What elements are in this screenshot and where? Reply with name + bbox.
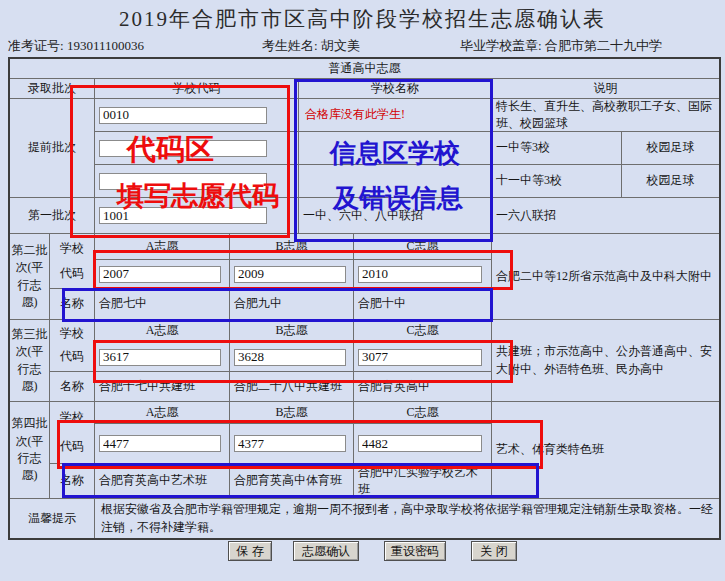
fourth-batch-header-a: A志愿 [95,402,230,424]
third-batch-label-text: 第三批次(平行志愿) [10,324,49,398]
graduate-school-label: 毕业学校盖章: [460,38,545,53]
close-button[interactable]: 关 闭 [471,541,517,561]
second-batch-header-c: C志愿 [354,234,492,260]
fourth-batch-code-c-input[interactable] [358,435,482,452]
fourth-batch-remark-text: 艺术、体育类特色班 [492,439,608,460]
third-batch-header-c: C志愿 [354,320,492,343]
second-batch-label: 第二批次(平行志愿) [10,234,50,320]
third-batch-code-cell-a [95,343,230,372]
volunteer-confirmation-page: 2019年合肥市市区高中阶段学校招生志愿确认表 准考证号: 1930111000… [0,0,725,581]
tips-text: 根据安徽省及合肥市学籍管理规定，逾期一周不报到者，高中录取学校将依据学籍管理规定… [95,499,719,538]
tips-text-cell: 根据安徽省及合肥市学籍管理规定，逾期一周不报到者，高中录取学校将依据学籍管理规定… [95,499,719,538]
second-batch-remark: 合肥二中等12所省示范高中及中科大附中 [492,234,719,320]
reset-password-button[interactable]: 重设密码 [384,541,446,561]
fourth-batch-name-b: 合肥育英高中体育班 [230,464,354,499]
fourth-batch-code-cell-c [354,424,492,464]
fourth-batch-name-c: 合肥中汇实验学校艺术班 [354,464,492,499]
early-batch-remark-3-left: 十一中等3校 [492,165,622,198]
first-batch-remark: 一六八联招 [492,198,719,234]
third-batch-remark-text: 共建班；市示范高中、公办普通高中、安大附中、外语特色班、民办高中 [492,341,719,380]
second-batch-code-c-input[interactable] [358,266,482,283]
second-batch-name-c: 合肥十中 [354,289,492,320]
fourth-batch-sublabel-code: 学校代码 [50,402,95,464]
early-batch-remark-2-right: 校园足球 [622,132,719,165]
fourth-batch-header-c: C志愿 [354,402,492,424]
fourth-batch-label-text: 第四批次(平行志愿) [10,413,49,487]
third-batch-sublabel-code: 学校代码 [50,320,95,372]
third-batch-code-b-input[interactable] [234,349,346,366]
exam-id-value: 193011100036 [67,38,144,53]
early-batch-remark-2-left: 一中等3校 [492,132,622,165]
third-batch-header-b: B志愿 [230,320,354,343]
early-batch-code-input-1[interactable] [99,107,267,124]
second-batch-header-a: A志愿 [95,234,230,260]
fourth-batch-remark: 艺术、体育类特色班 [492,402,719,499]
first-batch-code-cell [95,198,299,234]
tips-label: 温馨提示 [10,499,95,538]
second-batch-code-a-input[interactable] [99,266,221,283]
second-batch-code-cell-a [95,260,230,289]
save-button[interactable]: 保 存 [228,541,272,561]
fourth-batch-code-b-input[interactable] [234,435,346,452]
early-batch-code-cell-3 [95,165,299,198]
student-name-label: 考生姓名: [262,38,321,53]
confirm-volunteer-button[interactable]: 志愿确认 [293,541,359,561]
first-batch-code-input[interactable] [99,207,267,224]
graduate-school-field: 毕业学校盖章: 合肥市第二十九中学 [460,37,662,55]
second-batch-header-b: B志愿 [230,234,354,260]
school-label: 学校 [60,410,84,426]
exam-id-label: 准考证号: [8,38,67,53]
code-label: 代码 [60,349,84,365]
fourth-batch-name-c-text: 合肥中汇实验学校艺术班 [354,462,491,501]
fourth-batch-code-cell-b [230,424,354,464]
early-batch-code-input-2[interactable] [99,140,267,157]
fourth-batch-name-a: 合肥育英高中艺术班 [95,464,230,499]
third-batch-remark: 共建班；市示范高中、公办普通高中、安大附中、外语特色班、民办高中 [492,320,719,402]
early-batch-remark-3-right: 校园足球 [622,165,719,198]
second-batch-remark-text: 合肥二中等12所省示范高中及中科大附中 [492,266,716,287]
fourth-batch-code-a-input[interactable] [99,435,221,452]
fourth-batch-label: 第四批次(平行志愿) [10,402,50,499]
col-header-batch: 录取批次 [10,79,95,99]
early-batch-name-cell-3 [299,165,492,198]
code-label: 代码 [60,266,84,282]
school-label: 学校 [60,241,84,257]
code-label: 代码 [60,439,84,455]
second-batch-label-text: 第二批次(平行志愿) [10,240,49,314]
fourth-batch-name-b-text: 合肥育英高中体育班 [230,470,346,491]
second-batch-code-cell-b [230,260,354,289]
early-batch-remark-1: 特长生、直升生、高校教职工子女、国际班、校园篮球 [492,99,719,132]
early-batch-code-input-3[interactable] [99,173,267,190]
col-header-code: 学校代码 [95,79,299,99]
second-batch-sublabel-code: 学校代码 [50,234,95,289]
second-batch-name-b: 合肥九中 [230,289,354,320]
first-batch-label: 第一批次 [10,198,95,234]
early-batch-remark-1-text: 特长生、直升生、高校教职工子女、国际班、校园篮球 [492,96,719,135]
third-batch-code-a-input[interactable] [99,349,221,366]
school-label: 学校 [60,326,84,342]
section-title: 普通高中志愿 [10,59,719,79]
third-batch-sublabel-name: 名称 [50,372,95,402]
third-batch-name-a: 合肥十七中共建班 [95,372,230,402]
exam-id-field: 准考证号: 193011100036 [8,37,144,55]
early-batch-name-cell-2 [299,132,492,165]
third-batch-code-cell-b [230,343,354,372]
student-name-value: 胡文美 [321,38,360,53]
fourth-batch-code-cell-a [95,424,230,464]
third-batch-label: 第三批次(平行志愿) [10,320,50,402]
graduate-school-value: 合肥市第二十九中学 [545,38,662,53]
early-batch-code-cell-1 [95,99,299,132]
third-batch-code-cell-c [354,343,492,372]
fourth-batch-sublabel-name: 名称 [50,464,95,499]
second-batch-name-a: 合肥七中 [95,289,230,320]
second-batch-code-b-input[interactable] [234,266,346,283]
first-batch-name: 一中、六中、八中联招 [299,198,492,234]
student-name-field: 考生姓名: 胡文美 [262,37,360,55]
second-batch-sublabel-name: 名称 [50,289,95,320]
fourth-batch-name-a-text: 合肥育英高中艺术班 [95,470,211,491]
third-batch-name-c: 合肥育英高中 [354,372,492,402]
third-batch-header-a: A志愿 [95,320,230,343]
page-title: 2019年合肥市市区高中阶段学校招生志愿确认表 [0,5,725,33]
third-batch-code-c-input[interactable] [358,349,482,366]
early-batch-code-cell-2 [95,132,299,165]
